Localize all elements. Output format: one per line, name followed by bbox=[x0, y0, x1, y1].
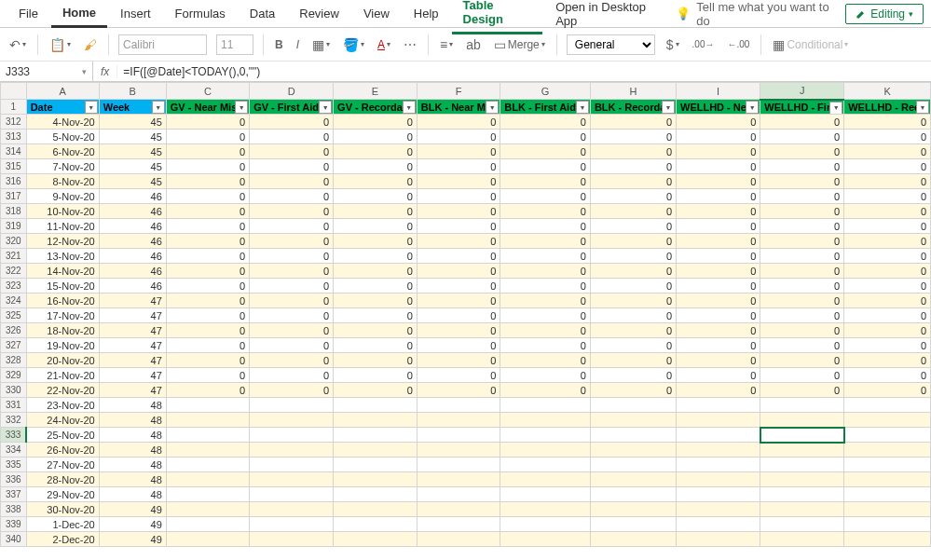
table-header[interactable]: Week▼ bbox=[99, 100, 166, 115]
borders-button[interactable]: ▦▾ bbox=[310, 35, 332, 54]
cell-data[interactable] bbox=[760, 532, 844, 547]
cell-data[interactable] bbox=[677, 428, 760, 443]
cell-data[interactable] bbox=[760, 413, 844, 428]
cell-data[interactable]: 0 bbox=[166, 159, 249, 174]
cell-data[interactable]: 0 bbox=[760, 338, 844, 353]
cell-data[interactable]: 0 bbox=[250, 144, 334, 159]
cell-data[interactable]: 0 bbox=[590, 249, 676, 264]
cell-data[interactable] bbox=[334, 502, 418, 517]
font-size-combo[interactable] bbox=[216, 34, 253, 55]
filter-button[interactable]: ▼ bbox=[746, 101, 759, 114]
cell-data[interactable]: 0 bbox=[760, 308, 844, 323]
cell-data[interactable]: 0 bbox=[417, 204, 500, 219]
cell-data[interactable]: 0 bbox=[417, 279, 500, 294]
cell-week[interactable]: 48 bbox=[99, 458, 166, 472]
cell-data[interactable]: 0 bbox=[334, 130, 418, 144]
cell-data[interactable]: 0 bbox=[590, 115, 676, 130]
font-family-combo[interactable] bbox=[118, 34, 207, 55]
cell-date[interactable]: 12-Nov-20 bbox=[26, 234, 99, 249]
cell-data[interactable]: 0 bbox=[334, 174, 418, 189]
column-header-I[interactable]: I bbox=[677, 83, 760, 100]
cell-data[interactable]: 0 bbox=[844, 159, 931, 174]
cell-data[interactable]: 0 bbox=[334, 144, 418, 159]
cell-data[interactable] bbox=[417, 502, 500, 517]
cell-data[interactable]: 0 bbox=[760, 174, 844, 189]
row-header[interactable]: 316 bbox=[1, 174, 27, 189]
row-header-1[interactable]: 1 bbox=[1, 100, 27, 115]
row-header[interactable]: 313 bbox=[1, 130, 27, 144]
cell-data[interactable]: 0 bbox=[590, 204, 676, 219]
cell-data[interactable]: 0 bbox=[250, 368, 334, 383]
cell-data[interactable]: 0 bbox=[166, 323, 249, 338]
cell-data[interactable]: 0 bbox=[334, 219, 418, 234]
row-header[interactable]: 329 bbox=[1, 368, 27, 383]
cell-data[interactable]: 0 bbox=[844, 144, 931, 159]
more-font-button[interactable]: ⋯ bbox=[402, 35, 418, 54]
cell-data[interactable] bbox=[844, 487, 931, 502]
merge-button[interactable]: ▭Merge▾ bbox=[492, 35, 547, 54]
cell-data[interactable]: 0 bbox=[250, 115, 334, 130]
cell-date[interactable]: 20-Nov-20 bbox=[26, 353, 99, 368]
row-header[interactable]: 320 bbox=[1, 234, 27, 249]
cell-week[interactable]: 46 bbox=[99, 204, 166, 219]
cell-week[interactable]: 49 bbox=[99, 517, 166, 532]
cell-data[interactable]: 0 bbox=[677, 338, 760, 353]
cell-date[interactable]: 26-Nov-20 bbox=[26, 443, 99, 458]
row-header[interactable]: 324 bbox=[1, 294, 27, 308]
table-header[interactable]: BLK - First Aid C▼ bbox=[500, 100, 591, 115]
cell-data[interactable]: 0 bbox=[590, 323, 676, 338]
cell-week[interactable]: 48 bbox=[99, 428, 166, 443]
row-header[interactable]: 339 bbox=[1, 517, 27, 532]
cell-data[interactable]: 0 bbox=[844, 115, 931, 130]
cell-data[interactable]: 0 bbox=[844, 234, 931, 249]
cell-data[interactable] bbox=[417, 428, 500, 443]
tab-data[interactable]: Data bbox=[239, 1, 286, 26]
cell-data[interactable]: 0 bbox=[760, 159, 844, 174]
column-header-G[interactable]: G bbox=[500, 83, 591, 100]
cell-data[interactable] bbox=[844, 443, 931, 458]
row-header[interactable]: 328 bbox=[1, 353, 27, 368]
filter-button[interactable]: ▼ bbox=[152, 101, 165, 114]
cell-data[interactable]: 0 bbox=[334, 383, 418, 398]
cell-data[interactable]: 0 bbox=[334, 279, 418, 294]
cell-data[interactable] bbox=[677, 458, 760, 472]
cell-data[interactable]: 0 bbox=[334, 353, 418, 368]
cell-data[interactable] bbox=[334, 472, 418, 487]
cell-data[interactable]: 0 bbox=[500, 308, 591, 323]
cell-data[interactable] bbox=[166, 502, 249, 517]
cell-data[interactable] bbox=[500, 502, 591, 517]
cell-date[interactable]: 4-Nov-20 bbox=[26, 115, 99, 130]
cell-week[interactable]: 45 bbox=[99, 174, 166, 189]
increase-decimal-button[interactable]: .00→ bbox=[691, 37, 717, 51]
cell-data[interactable] bbox=[250, 428, 334, 443]
cell-data[interactable]: 0 bbox=[844, 204, 931, 219]
cell-data[interactable] bbox=[500, 398, 591, 413]
cell-week[interactable]: 47 bbox=[99, 338, 166, 353]
cell-data[interactable]: 0 bbox=[166, 174, 249, 189]
cell-data[interactable]: 0 bbox=[334, 264, 418, 279]
cell-data[interactable]: 0 bbox=[677, 234, 760, 249]
row-header[interactable]: 318 bbox=[1, 204, 27, 219]
conditional-format-button[interactable]: ▦Conditional▾ bbox=[771, 35, 850, 54]
cell-data[interactable]: 0 bbox=[500, 264, 591, 279]
format-painter-button[interactable]: 🖌 bbox=[82, 35, 99, 54]
cell-data[interactable] bbox=[334, 443, 418, 458]
cell-data[interactable]: 0 bbox=[677, 130, 760, 144]
align-button[interactable]: ≡▾ bbox=[438, 35, 455, 54]
cell-week[interactable]: 45 bbox=[99, 130, 166, 144]
cell-data[interactable]: 0 bbox=[760, 144, 844, 159]
column-header-C[interactable]: C bbox=[166, 83, 249, 100]
cell-data[interactable]: 0 bbox=[334, 368, 418, 383]
tab-formulas[interactable]: Formulas bbox=[164, 1, 237, 26]
tab-home[interactable]: Home bbox=[51, 0, 107, 28]
undo-button[interactable]: ↶▾ bbox=[7, 35, 28, 54]
cell-data[interactable] bbox=[500, 487, 591, 502]
cell-data[interactable] bbox=[677, 443, 760, 458]
row-header[interactable]: 334 bbox=[1, 443, 27, 458]
cell-data[interactable]: 0 bbox=[590, 144, 676, 159]
cell-data[interactable]: 0 bbox=[417, 115, 500, 130]
cell-data[interactable]: 0 bbox=[844, 174, 931, 189]
cell-data[interactable]: 0 bbox=[500, 368, 591, 383]
row-header[interactable]: 314 bbox=[1, 144, 27, 159]
cell-data[interactable]: 0 bbox=[590, 264, 676, 279]
